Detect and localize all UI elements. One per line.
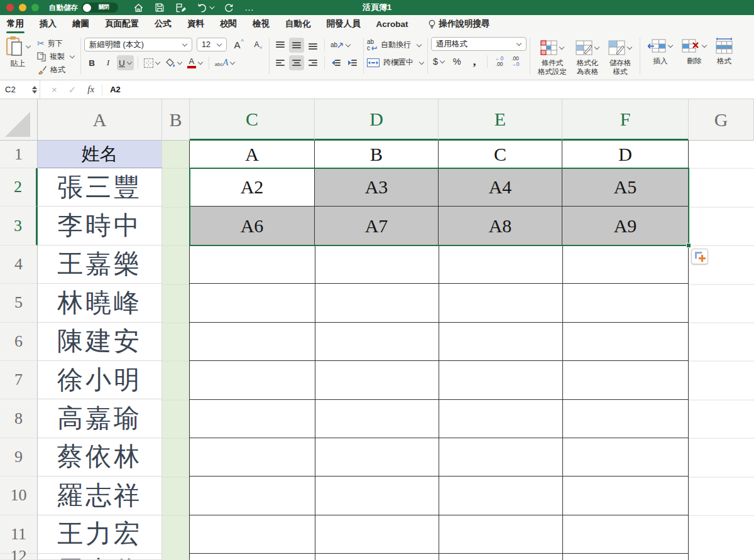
cell-A11[interactable]: 王力宏 [38,515,162,554]
increase-decimal-button[interactable]: ←0.00 [493,56,506,67]
decrease-indent-button[interactable] [329,55,344,70]
cell-C1[interactable]: A [190,141,315,168]
tab-acrobat[interactable]: Acrobat [376,18,409,31]
cut-button[interactable]: ✂ 剪下 [37,38,75,49]
borders-button[interactable] [142,55,162,70]
redo-button[interactable] [224,3,234,13]
delete-cells-button[interactable]: 刪除 [677,35,711,78]
increase-indent-button[interactable] [345,55,360,70]
cell-A10[interactable]: 羅志祥 [38,477,162,515]
home-icon[interactable] [133,3,144,13]
cell-A9[interactable]: 蔡依林 [38,438,162,477]
cell-F3[interactable]: A9 [562,207,689,245]
col-header-C[interactable]: C [190,99,315,141]
cell-A8[interactable]: 高嘉瑜 [38,399,162,438]
cell-E3[interactable]: A8 [439,207,562,245]
paste-options-button[interactable] [691,249,708,264]
text-effects-button[interactable]: abcA [213,55,237,70]
formula-input[interactable]: A2 [110,85,121,94]
bold-button[interactable]: B [84,55,99,70]
col-header-F[interactable]: F [562,99,689,141]
font-name-combo[interactable]: 新細明體 (本文) [84,38,192,51]
percent-button[interactable]: % [449,54,464,69]
cancel-button[interactable]: × [52,84,57,95]
conditional-formatting-button[interactable]: 條件式 格式設定 [533,36,571,77]
font-color-button[interactable]: A [185,55,205,70]
col-header-E[interactable]: E [439,99,562,141]
align-right-button[interactable] [305,55,320,70]
cell-A2[interactable]: 張三豐 [38,168,162,207]
col-header-B[interactable]: B [162,99,190,141]
align-left-button[interactable] [273,55,288,70]
row-header-2[interactable]: 2 [0,168,38,207]
empty-table-cells[interactable] [190,245,689,560]
col-header-G[interactable]: G [689,99,754,141]
align-bottom-button[interactable] [305,38,320,53]
row-header-8[interactable]: 8 [0,399,38,438]
row-header-3[interactable]: 3 [0,207,38,245]
cell-A12-clipped[interactable]: 周杰倫 [38,554,162,560]
increase-font-button[interactable]: A^ [231,37,246,52]
tab-data[interactable]: 資料 [187,16,205,31]
row-header-7[interactable]: 7 [0,361,38,399]
tab-draw[interactable]: 繪圖 [72,16,90,31]
insert-function-button[interactable]: fx [87,84,94,95]
cell-D1[interactable]: B [315,141,439,168]
row-header-9[interactable]: 9 [0,438,38,477]
fill-color-button[interactable] [163,55,184,70]
orientation-button[interactable]: ab [329,38,352,53]
row-header-6[interactable]: 6 [0,323,38,361]
cell-A6[interactable]: 陳建安 [38,323,162,361]
italic-button[interactable]: I [101,55,116,70]
col-header-D[interactable]: D [315,99,439,141]
currency-button[interactable]: $ [431,54,447,69]
cell-A3[interactable]: 李時中 [38,207,162,245]
cell-A7[interactable]: 徐小明 [38,361,162,399]
tab-review[interactable]: 校閱 [219,16,238,31]
decrease-font-button[interactable]: A^ [251,37,266,52]
minimize-button[interactable] [19,4,26,11]
align-top-button[interactable] [273,38,288,53]
cell-C3[interactable]: A6 [190,207,315,245]
row-header-12[interactable]: 12 [0,554,38,560]
tab-insert[interactable]: 插入 [39,16,57,31]
cell-E1[interactable]: C [439,141,562,168]
tab-automate[interactable]: 自動化 [285,16,312,31]
autosave-toggle[interactable]: 關閉 [82,3,118,13]
save-icon[interactable] [155,3,165,13]
name-box-stepper[interactable] [32,86,37,94]
column-G-cells[interactable] [689,141,754,560]
name-box[interactable]: C2 [0,80,40,99]
copy-button[interactable]: 複製 [37,51,75,62]
number-format-combo[interactable]: 通用格式 [431,37,527,51]
font-size-combo[interactable]: 12 [197,38,227,51]
cell-A1-name-header[interactable]: 姓名 [38,141,162,168]
wrap-text-button[interactable]: ab c 自動換行 [367,37,424,53]
align-middle-button[interactable] [289,38,304,53]
save-as-icon[interactable] [175,3,186,13]
tab-page-layout[interactable]: 頁面配置 [104,16,139,31]
tab-view[interactable]: 檢視 [252,16,270,31]
comma-style-button[interactable]: , [467,54,482,69]
insert-cells-button[interactable]: 插入 [643,35,677,78]
cell-A5[interactable]: 林曉峰 [38,284,162,322]
row-header-10[interactable]: 10 [0,477,38,515]
tell-me-search[interactable]: 操作說明搜尋 [427,16,491,31]
align-center-button[interactable] [289,55,304,70]
underline-button[interactable]: U [117,55,134,70]
decrease-decimal-button[interactable]: .00→0 [508,56,522,67]
tab-formulas[interactable]: 公式 [154,16,172,31]
format-cells-button[interactable]: 格式 [711,35,737,78]
cell-C2-active[interactable]: A2 [190,168,315,207]
paste-button[interactable]: 貼上 [5,36,31,77]
format-as-table-button[interactable]: 格式化 為表格 [571,36,604,77]
row-header-5[interactable]: 5 [0,284,38,322]
cell-D3[interactable]: A7 [315,207,439,245]
cell-A4[interactable]: 王嘉樂 [38,245,162,284]
cell-D2[interactable]: A3 [315,168,439,207]
column-B-green-strip[interactable] [162,141,190,560]
cell-styles-button[interactable]: 儲存格 樣式 [604,36,637,77]
more-commands-button[interactable]: … [244,4,254,11]
close-button[interactable] [6,4,14,11]
tab-developer[interactable]: 開發人員 [326,16,361,31]
